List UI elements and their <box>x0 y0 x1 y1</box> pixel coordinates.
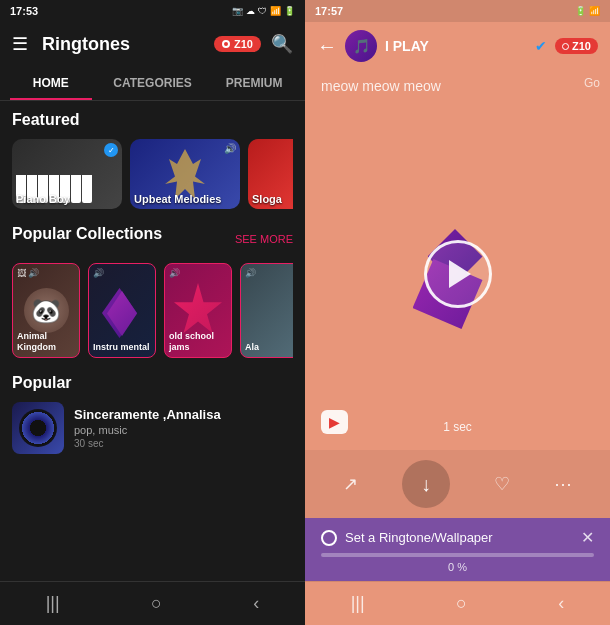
battery-icon: 🔋 <box>284 6 295 16</box>
popular-sub-0: pop, music <box>74 424 293 436</box>
bottom-nav-left: ||| ○ ‹ <box>0 581 305 625</box>
nav-home-left[interactable]: ○ <box>151 593 162 614</box>
collection-card-animal[interactable]: 🖼 🔊 🐼 Animal Kingdom <box>12 263 80 358</box>
popular-collections-title: Popular Collections <box>12 225 162 243</box>
featured-card-piano[interactable]: ✓ Piano Boy <box>12 139 122 209</box>
popular-item-0[interactable]: ▶ Sinceramente ,Annalisa pop, music 30 s… <box>12 402 293 454</box>
collection-card-ala[interactable]: 🔊 Ala <box>240 263 293 358</box>
burst-shape <box>173 283 223 338</box>
nav-back-left[interactable]: ‹ <box>253 593 259 614</box>
status-time-right: 17:57 <box>315 5 343 17</box>
popular-title: Popular <box>12 374 293 392</box>
content-area-left: Featured ✓ Piano Boy 🔊 <box>0 101 305 581</box>
z10-badge-right[interactable]: Z10 <box>555 38 598 54</box>
nav-home-right[interactable]: ○ <box>456 593 467 614</box>
progress-label: 0 % <box>321 561 594 573</box>
featured-title: Featured <box>12 111 293 129</box>
sound-icon-old: 🔊 <box>169 268 180 278</box>
popular-info-0: Sinceramente ,Annalisa pop, music 30 sec <box>74 407 293 449</box>
popular-name-0: Sinceramente ,Annalisa <box>74 407 293 422</box>
z10-label-right: Z10 <box>572 40 591 52</box>
ringtone-bar: Set a Ringtone/Wallpaper ✕ 0 % <box>305 518 610 581</box>
nav-back-right[interactable]: ‹ <box>558 593 564 614</box>
featured-row: ✓ Piano Boy 🔊 Upbeat Melodies 🔊 Sloga <box>12 139 293 209</box>
search-button[interactable]: 🔍 <box>271 33 293 55</box>
ringtone-circle-icon <box>321 530 337 546</box>
coll-meta-instrumental: 🔊 <box>93 268 104 278</box>
sound-icon-instr: 🔊 <box>93 268 104 278</box>
collections-row: 🖼 🔊 🐼 Animal Kingdom 🔊 Instru mental <box>12 263 293 358</box>
menu-icon[interactable]: ☰ <box>12 33 28 55</box>
see-more-button[interactable]: SEE MORE <box>235 233 293 245</box>
coll-meta-oldschool: 🔊 <box>169 268 180 278</box>
go-label: Go <box>584 76 600 90</box>
tab-categories[interactable]: CATEGORIES <box>102 66 204 100</box>
status-bar-right: 17:57 🔋 📶 <box>305 0 610 22</box>
oldschool-label: old school jams <box>169 331 227 353</box>
play-triangle-icon <box>449 260 471 288</box>
status-bar-left: 17:53 📷 ☁ 🛡 📶 🔋 <box>0 0 305 22</box>
back-button-right[interactable]: ← <box>317 35 337 58</box>
timer-label: 1 sec <box>305 420 610 434</box>
popular-collections-header: Popular Collections SEE MORE <box>12 225 293 253</box>
ala-label: Ala <box>245 342 293 353</box>
status-time-left: 17:53 <box>10 5 38 17</box>
play-button-main[interactable] <box>424 240 492 308</box>
sound-icon-upbeat: 🔊 <box>224 143 236 154</box>
z10-label-left: Z10 <box>234 38 253 50</box>
heart-button[interactable]: ♡ <box>494 473 510 495</box>
channel-name: I PLAY <box>385 38 527 54</box>
camera-icon: 📷 <box>232 6 243 16</box>
upbeat-label: Upbeat Melodies <box>134 193 221 205</box>
z10-dot-left <box>222 40 230 48</box>
player-actions: ↗ ↓ ♡ ⋯ <box>305 450 610 518</box>
left-panel: 17:53 📷 ☁ 🛡 📶 🔋 ☰ Ringtones Z10 🔍 HOME C… <box>0 0 305 625</box>
leaf-shape-2 <box>107 291 137 336</box>
wifi-icon: 📶 <box>270 6 281 16</box>
sloga-label: Sloga <box>252 193 282 205</box>
battery-icon-right: 🔋 <box>575 6 586 16</box>
sound-icon-sloga: 🔊 <box>292 143 293 154</box>
popular-time-0: 30 sec <box>74 438 293 449</box>
coll-meta-ala: 🔊 <box>245 268 256 278</box>
z10-dot-right <box>562 43 569 50</box>
verified-check-icon: ✔ <box>535 38 547 54</box>
nav-recents-right[interactable]: ||| <box>351 593 365 614</box>
player-top-bar: ← 🎵 I PLAY ✔ Z10 <box>305 22 610 70</box>
popular-list: ▶ Sinceramente ,Annalisa pop, music 30 s… <box>12 402 293 454</box>
download-icon: ↓ <box>421 473 431 496</box>
shield-icon: 🛡 <box>258 6 267 16</box>
instrumental-label: Instru mental <box>93 342 151 353</box>
z10-badge-left[interactable]: Z10 <box>214 36 261 52</box>
channel-avatar: 🎵 <box>345 30 377 62</box>
share-button[interactable]: ↗ <box>343 473 358 495</box>
right-panel: 17:57 🔋 📶 ← 🎵 I PLAY ✔ Z10 meow meow meo… <box>305 0 610 625</box>
cloud-icon: ☁ <box>246 6 255 16</box>
ringtone-header: Set a Ringtone/Wallpaper ✕ <box>321 528 594 547</box>
download-button[interactable]: ↓ <box>402 460 450 508</box>
app-title: Ringtones <box>42 34 214 55</box>
coll-meta-animal: 🖼 🔊 <box>17 268 39 278</box>
featured-card-upbeat[interactable]: 🔊 Upbeat Melodies <box>130 139 240 209</box>
close-button[interactable]: ✕ <box>581 528 594 547</box>
collection-card-instrumental[interactable]: 🔊 Instru mental <box>88 263 156 358</box>
more-button[interactable]: ⋯ <box>554 473 572 495</box>
sound-icon-ala: 🔊 <box>245 268 256 278</box>
status-icons-left: 📷 ☁ 🛡 📶 🔋 <box>232 6 295 16</box>
song-title: meow meow meow <box>305 70 610 98</box>
animal-face: 🐼 <box>24 288 69 333</box>
tab-home[interactable]: HOME <box>0 66 102 100</box>
piano-white-key <box>82 175 92 203</box>
featured-card-sloga[interactable]: 🔊 Sloga <box>248 139 293 209</box>
signal-icon-right: 📶 <box>589 6 600 16</box>
nav-recents-left[interactable]: ||| <box>46 593 60 614</box>
progress-bar-bg <box>321 553 594 557</box>
dancer-silhouette <box>165 149 205 199</box>
animal-label: Animal Kingdom <box>17 331 75 353</box>
tab-premium[interactable]: PREMIUM <box>203 66 305 100</box>
popular-thumb-0: ▶ <box>12 402 64 454</box>
bottom-nav-right: ||| ○ ‹ <box>305 581 610 625</box>
collection-card-oldschool[interactable]: 🔊 old school jams <box>164 263 232 358</box>
piano-white-key <box>71 175 81 203</box>
ringtone-text: Set a Ringtone/Wallpaper <box>345 530 573 545</box>
